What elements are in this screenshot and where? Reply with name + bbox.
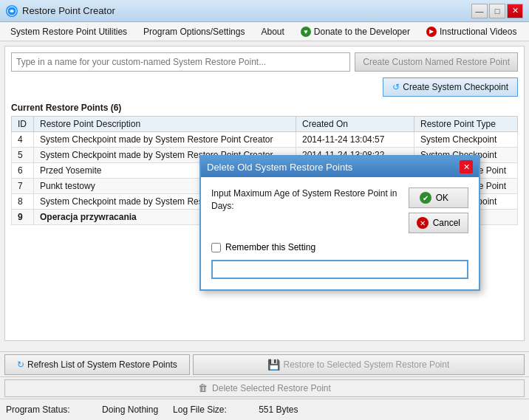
cell-id: 9 — [12, 210, 34, 225]
modal-ok-button[interactable]: ✔ OK — [409, 187, 468, 208]
app-icon — [6, 5, 18, 17]
restore-button[interactable]: 💾 Restore to Selected System Restore Poi… — [193, 354, 525, 375]
modal-checkbox-row: Remember this Setting — [211, 242, 468, 252]
cell-id: 5 — [12, 148, 34, 163]
refresh-label: Refresh List of System Restore Points — [27, 359, 177, 370]
cancel-icon: ✕ — [417, 217, 429, 229]
col-id: ID — [12, 117, 34, 132]
remember-label: Remember this Setting — [225, 242, 315, 252]
log-size-value: 551 Bytes — [259, 404, 298, 415]
modal-cancel-button[interactable]: ✕ Cancel — [409, 213, 468, 233]
cell-description: System Checkpoint made by System Restore… — [34, 132, 296, 148]
ok-label: OK — [436, 193, 448, 203]
refresh-button[interactable]: ↻ Refresh List of System Restore Points — [4, 354, 190, 375]
modal-title: Delete Old System Restore Points — [207, 162, 352, 173]
window-controls: — □ ✕ — [471, 4, 523, 18]
create-named-label: Create Custom Named Restore Point — [363, 57, 510, 67]
bottom-row2: 🗑 Delete Selected Restore Point — [0, 377, 529, 399]
menu-options[interactable]: Program Options/Settings — [136, 24, 252, 39]
cell-id: 7 — [12, 179, 34, 194]
modal-input-row: Input Maximum Age of System Restore Poin… — [211, 187, 468, 233]
delete-label: Delete Selected Restore Point — [212, 383, 331, 393]
cancel-label: Cancel — [433, 218, 460, 228]
title-bar-left: Restore Point Creator — [6, 5, 115, 17]
col-created: Created On — [296, 117, 414, 132]
remember-checkbox[interactable] — [211, 243, 221, 252]
close-button[interactable]: ✕ — [507, 4, 523, 18]
program-status-value: Doing Nothing — [102, 404, 158, 415]
minimize-button[interactable]: — — [471, 4, 488, 18]
delete-button[interactable]: 🗑 Delete Selected Restore Point — [4, 379, 525, 397]
menu-utilities[interactable]: System Restore Point Utilities — [3, 24, 134, 39]
restore-point-name-input[interactable] — [11, 52, 350, 72]
modal-input-label: Input Maximum Age of System Restore Poin… — [211, 187, 401, 233]
cell-id: 8 — [12, 194, 34, 210]
modal-title-bar: Delete Old System Restore Points ✕ — [201, 156, 479, 177]
create-named-button[interactable]: Create Custom Named Restore Point — [355, 52, 518, 72]
top-toolbar: Create Custom Named Restore Point — [11, 52, 518, 72]
menu-donate[interactable]: ♥ Donate to the Developer — [293, 24, 417, 39]
status-bar: Program Status: Doing Nothing Log File S… — [0, 399, 529, 420]
program-status-label: Program Status: — [6, 404, 70, 415]
window-title: Restore Point Creator — [22, 5, 115, 16]
menu-about[interactable]: About — [253, 24, 291, 39]
col-description: Restore Point Description — [34, 117, 296, 132]
checkpoint-label: Create System Checkpoint — [403, 82, 508, 92]
donate-icon: ♥ — [301, 27, 311, 37]
ok-icon: ✔ — [420, 192, 431, 204]
video-icon: ▶ — [426, 27, 437, 37]
cell-type: System Checkpoint — [414, 132, 518, 148]
delete-icon: 🗑 — [198, 382, 208, 393]
cell-created: 2014-11-24 13:04:57 — [296, 132, 414, 148]
refresh-icon: ↻ — [17, 359, 24, 370]
menu-videos-label: Instructional Videos — [440, 27, 517, 37]
restore-icon: 💾 — [267, 359, 280, 371]
maximize-button[interactable]: □ — [489, 4, 505, 18]
col-type: Restore Point Type — [414, 117, 518, 132]
bottom-row1: ↻ Refresh List of System Restore Points … — [0, 352, 529, 377]
restore-label: Restore to Selected System Restore Point — [283, 359, 449, 370]
cell-id: 6 — [12, 163, 34, 179]
modal-dialog: Delete Old System Restore Points ✕ Input… — [199, 155, 480, 291]
modal-action-buttons: ✔ OK ✕ Cancel — [409, 187, 468, 233]
modal-body: Input Maximum Age of System Restore Poin… — [201, 177, 479, 289]
log-size-label: Log File Size: — [173, 404, 227, 415]
bottom-area: ↻ Refresh List of System Restore Points … — [0, 351, 529, 420]
menu-donate-label: Donate to the Developer — [314, 27, 410, 37]
section-header: Current Restore Points (6) — [11, 103, 518, 113]
create-checkpoint-button[interactable]: ↺ Create System Checkpoint — [383, 78, 518, 97]
menu-videos[interactable]: ▶ Instructional Videos — [419, 24, 525, 39]
checkpoint-icon: ↺ — [392, 82, 400, 92]
menu-bar: System Restore Point Utilities Program O… — [0, 22, 529, 41]
table-row[interactable]: 4System Checkpoint made by System Restor… — [12, 132, 518, 148]
cell-id: 4 — [12, 132, 34, 148]
title-bar: Restore Point Creator — □ ✕ — [0, 0, 529, 22]
modal-close-button[interactable]: ✕ — [460, 160, 473, 173]
modal-days-input[interactable] — [211, 260, 468, 279]
